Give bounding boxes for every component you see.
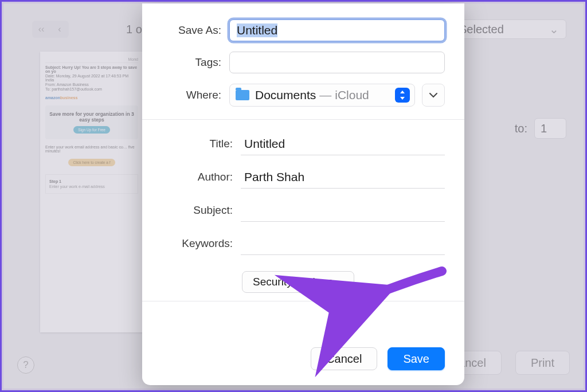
title-row: Title:	[162, 132, 445, 155]
where-folder-name: Documents	[255, 88, 316, 102]
save-as-label: Save As:	[162, 24, 221, 37]
title-input[interactable]	[241, 132, 445, 155]
title-label: Title:	[162, 138, 233, 150]
security-row: Security Options…	[162, 265, 445, 293]
save-dialog: Save As: Tags: Where: Documents — iCloud	[142, 3, 464, 385]
author-label: Author:	[162, 171, 233, 183]
keywords-label: Keywords:	[162, 237, 233, 250]
keywords-input[interactable]	[241, 232, 445, 255]
tags-row: Tags:	[162, 52, 445, 73]
save-as-row: Save As:	[162, 19, 445, 41]
save-as-input[interactable]	[229, 19, 445, 41]
chevron-down-icon	[429, 93, 437, 98]
where-label: Where:	[162, 89, 221, 101]
metadata-section: Title: Author: Subject: Keywords: Securi…	[142, 120, 464, 301]
stepper-icon	[395, 88, 410, 103]
keywords-row: Keywords:	[162, 232, 445, 255]
where-dash: —	[319, 88, 331, 102]
subject-input[interactable]	[241, 199, 445, 222]
save-dialog-top-section: Save As: Tags: Where: Documents — iCloud	[142, 3, 464, 119]
where-row: Where: Documents — iCloud	[162, 84, 445, 107]
save-button[interactable]: Save	[388, 347, 445, 370]
folder-icon	[236, 90, 249, 100]
where-select[interactable]: Documents — iCloud	[229, 84, 415, 107]
tags-label: Tags:	[162, 56, 221, 69]
dialog-footer: Cancel Save	[142, 335, 464, 385]
author-row: Author:	[162, 166, 445, 189]
where-cloud: iCloud	[335, 88, 369, 102]
tags-input[interactable]	[229, 52, 445, 73]
divider-2	[142, 301, 464, 301]
expand-button[interactable]	[422, 84, 445, 107]
author-input[interactable]	[241, 166, 445, 189]
security-options-button[interactable]: Security Options…	[242, 271, 354, 293]
subject-row: Subject:	[162, 199, 445, 222]
subject-label: Subject:	[162, 204, 233, 217]
cancel-button[interactable]: Cancel	[311, 347, 377, 370]
